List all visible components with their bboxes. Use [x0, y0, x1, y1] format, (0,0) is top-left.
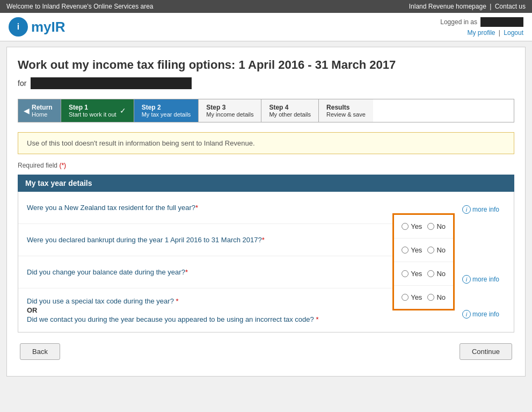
header: i myIR Logged in as My profile | Logout: [0, 13, 532, 41]
q1-yes-text: Yes: [411, 222, 422, 230]
back-button[interactable]: Back: [20, 343, 60, 360]
q3-yes-radio[interactable]: [402, 270, 409, 277]
check-icon: ✓: [120, 106, 126, 115]
for-label: for: [18, 77, 514, 89]
q1-asterisk: *: [195, 204, 198, 212]
q1-yes-label[interactable]: Yes: [402, 222, 422, 230]
step-2-sub: My tax year details: [142, 111, 191, 118]
q1-yes-radio[interactable]: [402, 223, 409, 230]
step-4-labels: Step 4 My other details: [269, 104, 311, 118]
q4-or: OR: [27, 306, 38, 314]
q3-yes-label[interactable]: Yes: [402, 270, 422, 278]
logo-icon: i: [9, 17, 28, 37]
step-4[interactable]: Step 4 My other details: [261, 99, 319, 122]
notice-box: Use of this tool doesn't result in infor…: [18, 132, 514, 154]
top-bar-links: Inland Revenue homepage | Contact us: [409, 3, 526, 10]
welcome-text: Welcome to Inland Revenue's Online Servi…: [6, 3, 154, 10]
more-info-2: [462, 228, 506, 261]
required-label: Required field: [18, 162, 57, 169]
q3-no-text: No: [436, 270, 446, 278]
questions-container: Were you a New Zealand tax resident for …: [18, 192, 514, 333]
step-3[interactable]: Step 3 My income details: [199, 99, 261, 122]
question-2-text: Were you declared bankrupt during the ye…: [18, 224, 392, 256]
step-return-sub: Home: [32, 111, 53, 118]
more-info-3: i more info: [462, 263, 506, 295]
q4-yes-label[interactable]: Yes: [402, 293, 422, 301]
logout-link[interactable]: Logout: [504, 29, 523, 37]
q1-no-radio[interactable]: [427, 223, 434, 230]
step-1-sub: Start to work it out: [69, 111, 116, 118]
q2-yes-text: Yes: [411, 246, 422, 254]
q1-no-text: No: [436, 222, 446, 230]
more-info-link-1[interactable]: more info: [472, 206, 499, 213]
required-asterisk: (*): [59, 162, 66, 169]
profile-link[interactable]: My profile: [467, 29, 495, 37]
contact-link[interactable]: Contact us: [495, 3, 526, 10]
step-3-sub: My income details: [206, 111, 253, 118]
step-2-labels: Step 2 My tax year details: [142, 104, 191, 118]
more-info-link-3[interactable]: more info: [472, 276, 499, 283]
q2-yes-label[interactable]: Yes: [402, 246, 422, 254]
q2-yes-radio[interactable]: [402, 247, 409, 254]
step-return-label: Return: [32, 104, 53, 111]
header-links: My profile | Logout: [440, 29, 523, 37]
info-icon-3: i: [462, 275, 471, 284]
question-4-text: Did you use a special tax code during th…: [18, 288, 392, 332]
q2-no-radio[interactable]: [427, 247, 434, 254]
q4-yes-radio[interactable]: [402, 294, 409, 301]
step-3-labels: Step 3 My income details: [206, 104, 253, 118]
info-icon-1: i: [462, 205, 471, 214]
for-name: [31, 77, 192, 89]
steps-nav: ◀ Return Home Step 1 Start to work it ou…: [18, 99, 514, 122]
logged-in-label: Logged in as: [440, 18, 477, 26]
step-3-label: Step 3: [206, 104, 253, 111]
question-3-text: Did you change your balance date during …: [18, 256, 392, 288]
homepage-link[interactable]: Inland Revenue homepage: [409, 3, 486, 10]
required-note: Required field (*): [18, 162, 514, 169]
step-1-label: Step 1: [69, 104, 116, 111]
step-results-labels: Results Review & save: [326, 104, 366, 118]
step-1[interactable]: Step 1 Start to work it out ✓: [61, 99, 134, 122]
radio-row-3: Yes No: [394, 262, 453, 286]
step-2[interactable]: Step 2 My tax year details: [134, 99, 199, 122]
q1-no-label[interactable]: No: [427, 222, 446, 230]
q4-no-label[interactable]: No: [427, 293, 446, 301]
main-content: Work out my income tax filing options: 1…: [6, 47, 526, 377]
step-results[interactable]: Results Review & save: [319, 99, 373, 122]
logo-text: myIR: [31, 19, 65, 35]
step-2-label: Step 2: [142, 104, 191, 111]
top-bar: Welcome to Inland Revenue's Online Servi…: [0, 0, 532, 13]
step-4-sub: My other details: [269, 111, 311, 118]
info-icon-4: i: [462, 310, 471, 319]
logo-letter: i: [17, 22, 19, 32]
questions-left: Were you a New Zealand tax resident for …: [18, 192, 392, 332]
q3-no-label[interactable]: No: [427, 270, 446, 278]
q3-no-radio[interactable]: [427, 270, 434, 277]
step-return[interactable]: ◀ Return Home: [18, 99, 61, 122]
separator: |: [490, 3, 493, 10]
radio-row-1: Yes No: [394, 215, 453, 238]
more-info-4: i more info: [462, 298, 506, 330]
q2-asterisk: *: [262, 236, 265, 244]
step-results-label: Results: [326, 104, 366, 111]
question-1-text: Were you a New Zealand tax resident for …: [18, 192, 392, 224]
more-info-link-4[interactable]: more info: [472, 310, 499, 318]
back-arrow-icon: ◀: [24, 106, 30, 115]
q4-no-radio[interactable]: [427, 294, 434, 301]
q3-asterisk: *: [185, 268, 188, 276]
button-row: Back Continue: [18, 343, 514, 360]
continue-button[interactable]: Continue: [460, 343, 512, 360]
notice-text: Use of this tool doesn't result in infor…: [27, 139, 255, 147]
step-4-label: Step 4: [269, 104, 311, 111]
for-text: for: [18, 79, 26, 88]
q2-no-label[interactable]: No: [427, 246, 446, 254]
step-return-labels: Return Home: [32, 104, 53, 118]
header-right: Logged in as My profile | Logout: [440, 17, 523, 37]
radio-column: Yes No Yes No: [392, 192, 455, 332]
q4-no-text: No: [436, 293, 446, 301]
logged-in-area: Logged in as: [440, 17, 523, 27]
step-results-sub: Review & save: [326, 111, 366, 118]
radio-row-4: Yes No: [394, 286, 453, 309]
step-1-labels: Step 1 Start to work it out: [69, 104, 116, 118]
radio-highlighted-box: Yes No Yes No: [392, 213, 455, 310]
